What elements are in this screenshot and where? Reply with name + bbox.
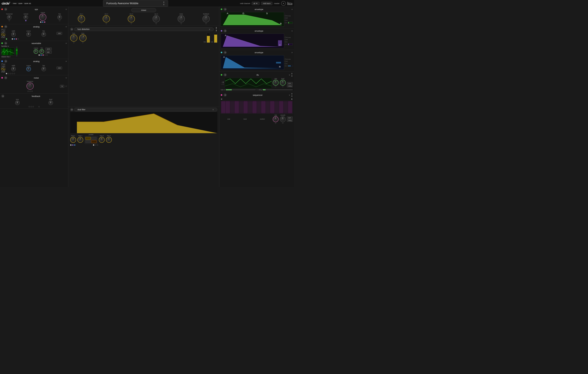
fuzz-dot[interactable] [73,42,74,43]
seq-smooth-dot[interactable] [282,122,284,124]
seq-col-6[interactable] [243,101,248,113]
wt-sync-btn[interactable]: sync [45,48,52,50]
vps-horizontal-knob[interactable] [7,15,11,20]
env3-d-radio[interactable] [285,61,286,62]
save-button[interactable]: save [18,2,22,5]
seq-rate-dot[interactable] [275,122,276,124]
filter-btn1[interactable] [85,137,91,140]
analog2-width-knob[interactable] [11,67,16,71]
filter-dot1[interactable] [70,144,72,146]
vps-horizontal-dot[interactable] [9,20,10,21]
feedback-dot2[interactable] [31,106,32,107]
env3-snap-radio[interactable] [285,59,286,60]
filter-freq2-knob[interactable] [106,137,112,143]
analog2-fine-knob[interactable] [42,67,46,71]
feedback-power[interactable]: ⏻ [1,95,4,98]
mixer-feedback-dot[interactable] [205,23,207,24]
wt-mod3[interactable] [42,54,44,56]
lfo-level-knob[interactable] [280,80,286,86]
feedback-dot1[interactable] [29,106,30,107]
env2-s-radio[interactable] [285,41,286,42]
analog1-dropdown[interactable]: ∨ [65,26,67,28]
env2-snap-radio[interactable] [285,37,286,38]
analog2-mod2[interactable] [8,73,9,74]
analog1-mod-dot5[interactable] [18,38,19,40]
lfo-delay-bar[interactable] [263,89,293,90]
filter-btn4[interactable] [91,140,97,143]
wt-coarse-knob[interactable] [34,49,38,54]
filter-btn2[interactable] [91,137,97,140]
analog1-mod-dot1[interactable] [6,38,7,40]
wt-sub-btn[interactable]: sub [45,51,52,54]
fuzz-power[interactable]: ⏻ [70,28,73,31]
seq-col-9[interactable] [257,101,261,113]
noise-hi-btn[interactable]: hi [60,85,64,88]
seq-prev[interactable]: ◀ [221,98,222,100]
mixer-feedback-knob[interactable] [202,15,210,22]
seq-col-14[interactable] [279,101,283,113]
analog1-fine-knob[interactable] [42,32,46,37]
noise-power[interactable]: ⏻ [4,76,7,79]
wavetable-preset2[interactable]: classic tria ∨ [1,56,15,58]
env1-d-radio[interactable] [285,17,286,19]
seq-col-16[interactable] [288,101,292,113]
seq-retrig-btn[interactable]: retrig [287,119,293,122]
wt-mod1[interactable] [39,54,40,56]
seq-power[interactable]: ⏻ [224,93,227,96]
lfo-sync-btn[interactable]: sync [287,82,293,84]
seq-col-2[interactable] [226,101,230,113]
analog1-mod-dot3[interactable] [14,38,15,40]
filter-dot5[interactable] [95,144,96,146]
seq-smooth-knob[interactable] [280,116,286,122]
noise-mod2[interactable] [29,91,31,92]
seq-col-13[interactable] [275,101,279,113]
filter-dot3[interactable] [74,144,75,146]
midi-learn-button[interactable]: midi learn [261,2,273,5]
wavetable-power[interactable]: ⏻ [4,42,7,45]
vps-power[interactable]: ⏻ [4,8,7,11]
env1-r-radio[interactable] [285,22,286,23]
env2-dropdown[interactable]: ∨ [291,30,293,32]
analog2-mod3[interactable] [10,73,11,74]
lfo-rate-knob[interactable] [273,80,279,86]
midi-channel-dropdown[interactable]: all ▼ [252,2,260,5]
fuzz-knob[interactable] [70,34,77,41]
vps-fine-knob[interactable] [57,15,62,20]
filter-dropdown[interactable]: ∨ [212,109,214,111]
seq-col-3[interactable] [230,101,234,113]
env2-power[interactable]: ⏻ [224,29,227,32]
mixer-noise-dot[interactable] [180,23,182,24]
noise-freq-knob[interactable] [26,82,34,90]
wave2-triangle[interactable] [1,71,5,73]
analog1-mod-dot2[interactable] [12,38,13,40]
lfo-retrig-btn[interactable]: retrig [287,85,293,87]
env2-d-radio[interactable] [285,39,286,40]
env1-snap-radio[interactable] [285,15,286,16]
mixer-osc2-dot[interactable] [106,23,107,24]
env2-r-radio[interactable] [285,44,286,45]
lfo-level-dot[interactable] [282,86,284,87]
tone-dot[interactable] [82,42,84,43]
feedback-tune-knob[interactable] [15,101,20,105]
lfo-bi-dot[interactable] [222,83,224,85]
env1-s-radio[interactable] [285,20,286,21]
mixer-osc2-knob[interactable] [103,15,110,22]
mixer-osc1-dot[interactable] [81,23,82,24]
lfo-fade-bar[interactable] [226,89,256,90]
vps-coarse-dot1[interactable] [40,21,42,23]
feedback-level-knob[interactable] [48,101,53,105]
lfo-dropdown[interactable]: ∨ [289,74,290,76]
filter-freq1-knob[interactable] [70,137,76,143]
seq-col-4[interactable] [234,101,239,113]
lfo-shape1-row[interactable]: ↔ [221,81,224,83]
tone-knob[interactable] [78,33,87,42]
new-button[interactable]: new [13,2,16,5]
analog2-sub-btn[interactable]: sub [57,67,62,69]
analog2-mod1[interactable] [6,73,7,74]
lfo-fade-dot[interactable] [256,89,258,91]
analog1-width-knob[interactable] [11,32,16,37]
analog2-mod4[interactable] [12,73,13,74]
vps-vertical-knob[interactable] [24,15,28,20]
seq-col-7[interactable] [248,101,252,113]
env1-power[interactable]: ⏻ [224,8,227,11]
